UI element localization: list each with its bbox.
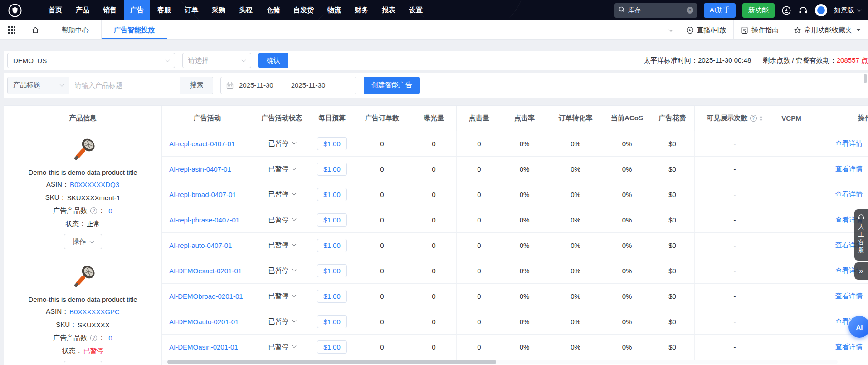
ad-products-count-link[interactable]: 0 xyxy=(108,207,112,215)
product-image xyxy=(65,137,101,165)
product-title-input[interactable] xyxy=(69,77,180,94)
acos-cell: 0% xyxy=(604,258,650,283)
vcpm-cell xyxy=(775,207,808,232)
campaign-name-link[interactable]: AI-repl-exact-0407-01 xyxy=(169,140,235,148)
ai-floating-button[interactable]: AI xyxy=(848,316,868,338)
apps-grid-icon[interactable] xyxy=(6,25,17,35)
budget-value-button[interactable]: $1.00 xyxy=(317,213,347,227)
view-detail-link[interactable]: 查看详情 xyxy=(835,165,863,173)
product-action-button[interactable]: 操作 xyxy=(64,234,102,249)
budget-value-button[interactable]: $1.00 xyxy=(317,137,347,150)
ctr-cell: 0% xyxy=(502,258,547,283)
campaign-status-dropdown[interactable]: 已暂停 xyxy=(253,131,311,156)
new-feature-button[interactable]: 新功能 xyxy=(742,3,775,18)
horizontal-scrollbar-thumb[interactable] xyxy=(167,360,496,364)
tab-help-center[interactable]: 帮助中心 xyxy=(49,20,101,39)
campaign-name-link[interactable]: AI-repl-asin-0407-01 xyxy=(169,165,231,173)
live-replay-link[interactable]: 直播/回放 xyxy=(679,20,733,39)
topnav-item[interactable]: 物流 xyxy=(322,0,347,20)
topnav-item[interactable]: 财务 xyxy=(349,0,374,20)
operation-guide-link[interactable]: 操作指南 xyxy=(733,20,786,39)
user-avatar[interactable] xyxy=(815,4,827,16)
customer-service-widget[interactable]: 人工客服 xyxy=(854,209,868,261)
budget-value-button[interactable]: $1.00 xyxy=(317,264,347,277)
topnav-item[interactable]: 采购 xyxy=(206,0,231,20)
question-circle-icon[interactable]: ? xyxy=(750,115,757,122)
chevron-down-icon xyxy=(292,242,296,247)
acos-cell: 0% xyxy=(604,207,650,232)
detail-cell: 查看详情 xyxy=(808,182,868,207)
topnav-item[interactable]: 销售 xyxy=(97,0,122,20)
campaign-status-dropdown[interactable]: 已暂停 xyxy=(253,258,311,283)
question-circle-icon[interactable]: ? xyxy=(90,207,97,214)
budget-value-button[interactable]: $1.00 xyxy=(317,188,347,201)
campaign-status-dropdown[interactable]: 已暂停 xyxy=(253,284,311,309)
campaign-status-dropdown[interactable]: 已暂停 xyxy=(253,157,311,182)
secondary-select[interactable]: 请选择 xyxy=(182,53,251,68)
version-selector[interactable]: 如意版 xyxy=(834,6,861,15)
ai-assistant-button[interactable]: AI助手 xyxy=(704,3,736,18)
campaign-name-link[interactable]: AI-DEMOauto-0201-01 xyxy=(169,318,239,326)
asin-link[interactable]: B0XXXXXXGPC xyxy=(69,308,120,316)
app-logo-icon[interactable] xyxy=(7,3,23,18)
topnav-item[interactable]: 广告 xyxy=(124,0,150,20)
campaign-status-dropdown[interactable]: 已暂停 xyxy=(253,182,311,207)
topnav-item[interactable]: 首页 xyxy=(43,0,68,20)
topnav-item[interactable]: 客服 xyxy=(151,0,177,20)
campaign-status-dropdown[interactable]: 已暂停 xyxy=(253,335,311,360)
topnav-item[interactable]: 仓储 xyxy=(260,0,286,20)
create-smart-ad-button[interactable]: 创建智能广告 xyxy=(364,77,420,94)
view-detail-link[interactable]: 查看详情 xyxy=(835,343,863,351)
store-select[interactable]: DEMO_US xyxy=(7,53,175,68)
topnav-item[interactable]: 报表 xyxy=(376,0,401,20)
tab-smart-ad-placement[interactable]: 广告智能投放 xyxy=(102,20,167,39)
vertical-scrollbar-thumb[interactable] xyxy=(864,74,867,83)
confirm-button[interactable]: 确认 xyxy=(258,53,288,68)
topnav-item[interactable]: 订单 xyxy=(179,0,204,20)
download-icon[interactable] xyxy=(781,5,791,15)
campaign-status-dropdown[interactable]: 已暂停 xyxy=(253,207,311,232)
search-field-select[interactable]: 产品标题 xyxy=(8,77,69,94)
collapse-chevron-icon[interactable] xyxy=(668,27,673,32)
topnav-item[interactable]: 设置 xyxy=(403,0,429,20)
view-detail-link[interactable]: 查看详情 xyxy=(835,292,863,301)
campaign-name-link[interactable]: AI-DEMOexact-0201-01 xyxy=(169,267,242,275)
campaign-status-dropdown[interactable]: 已暂停 xyxy=(253,233,311,258)
viewable-impressions-cell: - xyxy=(695,182,775,207)
campaign-name-link[interactable]: AI-repl-phrase-0407-01 xyxy=(169,216,239,224)
collapse-panel-button[interactable]: » xyxy=(854,262,868,280)
budget-value-button[interactable]: $1.00 xyxy=(317,239,347,252)
budget-value-button[interactable]: $1.00 xyxy=(317,340,347,354)
topnav-item[interactable]: 产品 xyxy=(70,0,95,20)
chevron-down-icon xyxy=(292,267,296,272)
home-icon[interactable] xyxy=(30,25,41,35)
horizontal-scrollbar-track[interactable] xyxy=(162,360,838,364)
search-button[interactable]: 搜索 xyxy=(180,77,213,94)
impressions-cell: 0 xyxy=(411,182,457,207)
budget-value-button[interactable]: $1.00 xyxy=(317,315,347,328)
sort-icon[interactable] xyxy=(759,116,763,121)
campaign-name-link[interactable]: AI-repl-auto-0407-01 xyxy=(169,242,232,249)
date-range-picker[interactable]: 2025-11-30 — 2025-11-30 xyxy=(220,77,356,94)
campaign-status-dropdown[interactable]: 已暂停 xyxy=(253,309,311,334)
ad-products-count-link[interactable]: 0 xyxy=(108,334,112,342)
view-detail-link[interactable]: 查看详情 xyxy=(835,190,863,199)
question-circle-icon[interactable]: ? xyxy=(90,335,97,341)
campaign-name-link[interactable]: AI-repl-broad-0407-01 xyxy=(169,191,236,198)
headset-icon[interactable] xyxy=(798,5,808,15)
viewable-impressions-cell: - xyxy=(695,207,775,232)
favorites-menu[interactable]: 常用功能收藏夹 xyxy=(786,20,868,39)
view-detail-link[interactable]: 查看详情 xyxy=(835,139,863,148)
chevron-down-icon xyxy=(292,140,296,145)
campaign-name-link[interactable]: AI-DEMObroad-0201-01 xyxy=(169,292,243,300)
topnav-item[interactable]: 自发货 xyxy=(288,0,320,20)
budget-value-button[interactable]: $1.00 xyxy=(317,163,347,176)
budget-value-button[interactable]: $1.00 xyxy=(317,290,347,303)
product-action-button[interactable]: 操作 xyxy=(64,361,102,365)
topnav-item[interactable]: 头程 xyxy=(233,0,258,20)
search-input[interactable] xyxy=(628,7,684,14)
clear-search-icon[interactable]: ✕ xyxy=(687,7,693,14)
campaign-name-link[interactable]: AI-DEMOasin-0201-01 xyxy=(169,343,238,351)
asin-link[interactable]: B0XXXXXXDQ3 xyxy=(70,181,119,188)
global-search-box[interactable]: ✕ xyxy=(614,3,697,18)
